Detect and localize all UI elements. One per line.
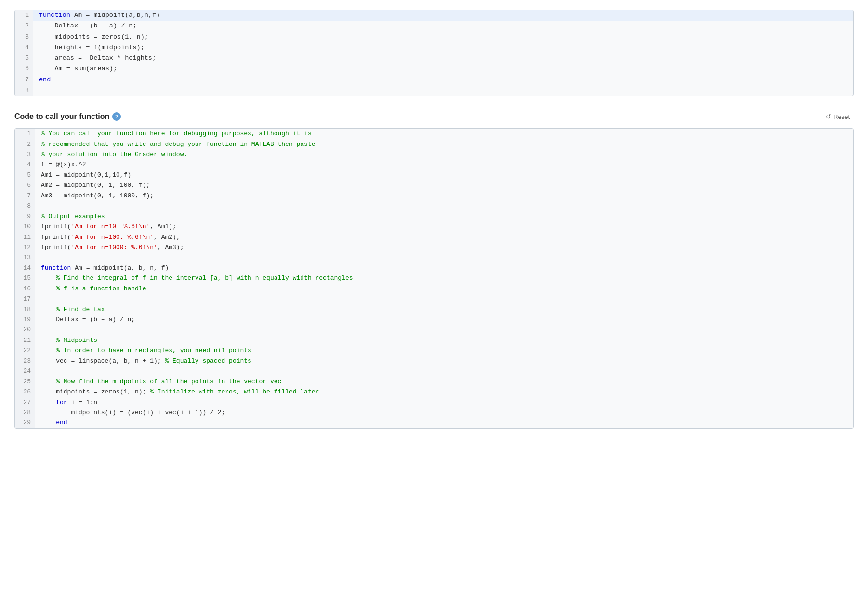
line-number: 19 xyxy=(15,314,35,325)
section-header: Code to call your function ? ↺ Reset xyxy=(14,111,854,122)
table-row: 1function Am = midpoint(a,b,n,f) xyxy=(15,10,853,21)
table-row: 4 heights = f(midpoints); xyxy=(15,42,853,53)
line-number: 5 xyxy=(15,53,33,64)
line-number: 4 xyxy=(15,42,33,53)
line-number: 29 xyxy=(15,418,35,428)
line-code: % Find deltax xyxy=(35,304,853,314)
line-number: 6 xyxy=(15,64,33,74)
line-number: 5 xyxy=(15,170,35,180)
line-number: 27 xyxy=(15,397,35,407)
line-number: 2 xyxy=(15,21,33,31)
line-number: 15 xyxy=(15,273,35,283)
bottom-code-editor[interactable]: 1% You can call your function here for d… xyxy=(14,128,854,429)
table-row: 26 midpoints = zeros(1, n); % Initialize… xyxy=(15,387,853,397)
line-number: 26 xyxy=(15,387,35,397)
table-row: 10fprintf('Am for n=10: %.6f\n', Am1); xyxy=(15,222,853,232)
line-number: 24 xyxy=(15,366,35,376)
table-row: 19 Deltax = (b – a) / n; xyxy=(15,314,853,325)
line-number: 10 xyxy=(15,222,35,232)
table-row: 5Am1 = midpoint(0,1,10,f) xyxy=(15,170,853,180)
line-code: end xyxy=(35,418,853,428)
table-row: 22 % In order to have n rectangles, you … xyxy=(15,345,853,355)
line-code: % Find the integral of f in the interval… xyxy=(35,273,853,283)
reset-label: Reset xyxy=(833,113,850,120)
line-number: 4 xyxy=(15,159,35,170)
line-code: % In order to have n rectangles, you nee… xyxy=(35,345,853,355)
table-row: 7Am3 = midpoint(0, 1, 1000, f); xyxy=(15,191,853,201)
line-number: 3 xyxy=(15,32,33,42)
table-row: 2 Deltax = (b – a) / n; xyxy=(15,21,853,31)
line-number: 20 xyxy=(15,325,35,335)
table-row: 14function Am = midpoint(a, b, n, f) xyxy=(15,263,853,273)
line-code: % f is a function handle xyxy=(35,284,853,294)
line-number: 6 xyxy=(15,180,35,190)
line-number: 22 xyxy=(15,345,35,355)
table-row: 8 xyxy=(15,85,853,96)
line-code: Deltax = (b – a) / n; xyxy=(35,314,853,325)
line-code: vec = linspace(a, b, n + 1); % Equally s… xyxy=(35,356,853,366)
table-row: 9% Output examples xyxy=(15,211,853,222)
line-code: % You can call your function here for de… xyxy=(35,129,853,139)
section-title-group: Code to call your function ? xyxy=(14,112,121,121)
line-code xyxy=(35,201,853,211)
line-number: 8 xyxy=(15,85,33,96)
reset-button[interactable]: ↺ Reset xyxy=(822,111,854,122)
table-row: 24 xyxy=(15,366,853,376)
line-code: Deltax = (b – a) / n; xyxy=(33,21,853,31)
line-code: % your solution into the Grader window. xyxy=(35,149,853,159)
table-row: 8 xyxy=(15,201,853,211)
line-number: 3 xyxy=(15,149,35,159)
line-code xyxy=(35,294,853,304)
line-number: 18 xyxy=(15,304,35,314)
table-row: 12fprintf('Am for n=1000: %.6f\n', Am3); xyxy=(15,242,853,252)
line-number: 7 xyxy=(15,191,35,201)
line-code xyxy=(33,85,853,96)
line-number: 14 xyxy=(15,263,35,273)
line-code: fprintf('Am for n=1000: %.6f\n', Am3); xyxy=(35,242,853,252)
line-number: 9 xyxy=(15,211,35,222)
table-row: 23 vec = linspace(a, b, n + 1); % Equall… xyxy=(15,356,853,366)
line-code: heights = f(midpoints); xyxy=(33,42,853,53)
help-icon[interactable]: ? xyxy=(112,112,121,121)
top-code-editor[interactable]: 1function Am = midpoint(a,b,n,f)2 Deltax… xyxy=(14,10,854,96)
line-code: Am1 = midpoint(0,1,10,f) xyxy=(35,170,853,180)
table-row: 5 areas = Deltax * heights; xyxy=(15,53,853,64)
line-code xyxy=(35,325,853,335)
line-code: f = @(x)x.^2 xyxy=(35,159,853,170)
line-code: Am3 = midpoint(0, 1, 1000, f); xyxy=(35,191,853,201)
line-number: 23 xyxy=(15,356,35,366)
table-row: 6Am2 = midpoint(0, 1, 100, f); xyxy=(15,180,853,190)
line-code: end xyxy=(33,75,853,85)
line-code: function Am = midpoint(a, b, n, f) xyxy=(35,263,853,273)
line-code: Am2 = midpoint(0, 1, 100, f); xyxy=(35,180,853,190)
line-code xyxy=(35,366,853,376)
line-code: fprintf('Am for n=10: %.6f\n', Am1); xyxy=(35,222,853,232)
line-code: Am = sum(areas); xyxy=(33,64,853,74)
line-number: 21 xyxy=(15,335,35,345)
line-code: midpoints = zeros(1, n); % Initialize wi… xyxy=(35,387,853,397)
table-row: 27 for i = 1:n xyxy=(15,397,853,407)
table-row: 13 xyxy=(15,252,853,262)
line-number: 13 xyxy=(15,252,35,262)
line-code: for i = 1:n xyxy=(35,397,853,407)
table-row: 6 Am = sum(areas); xyxy=(15,64,853,74)
table-row: 20 xyxy=(15,325,853,335)
table-row: 16 % f is a function handle xyxy=(15,284,853,294)
table-row: 3 midpoints = zeros(1, n); xyxy=(15,32,853,42)
line-code: % recommended that you write and debug y… xyxy=(35,139,853,149)
line-code: fprintf('Am for n=100: %.6f\n', Am2); xyxy=(35,232,853,242)
line-number: 7 xyxy=(15,75,33,85)
table-row: 29 end xyxy=(15,418,853,428)
table-row: 17 xyxy=(15,294,853,304)
line-number: 2 xyxy=(15,139,35,149)
line-number: 1 xyxy=(15,129,35,139)
line-number: 17 xyxy=(15,294,35,304)
line-code xyxy=(35,252,853,262)
table-row: 25 % Now find the midpoints of all the p… xyxy=(15,377,853,387)
line-number: 8 xyxy=(15,201,35,211)
line-number: 1 xyxy=(15,10,33,21)
table-row: 3% your solution into the Grader window. xyxy=(15,149,853,159)
table-row: 1% You can call your function here for d… xyxy=(15,129,853,139)
table-row: 18 % Find deltax xyxy=(15,304,853,314)
table-row: 2% recommended that you write and debug … xyxy=(15,139,853,149)
